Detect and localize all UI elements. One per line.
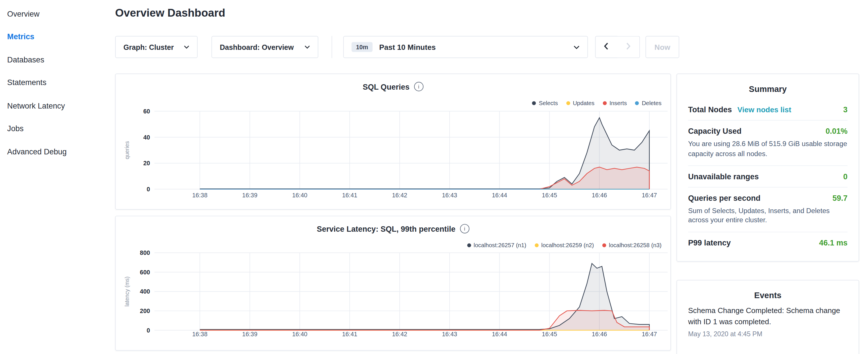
- svg-text:16:39: 16:39: [242, 192, 257, 199]
- svg-text:16:40: 16:40: [292, 331, 307, 338]
- summary-row-queries-per-second: Queries per second 59.7 Sum of Selects, …: [688, 187, 847, 232]
- chart-title-row: Service Latency: SQL, 99th percentile i: [116, 224, 671, 233]
- summary-row-p99-latency: P99 latency 46.1 ms: [688, 232, 847, 253]
- sidebar-item-databases[interactable]: Databases: [0, 48, 107, 71]
- summary-label: P99 latency: [688, 238, 731, 247]
- summary-row-capacity-used: Capacity Used 0.01% You are using 28.6 M…: [688, 121, 847, 165]
- legend-item-updates[interactable]: Updates: [566, 100, 595, 106]
- info-icon[interactable]: i: [460, 224, 469, 233]
- summary-label: Total Nodes: [688, 105, 732, 114]
- chevron-right-icon: [626, 43, 630, 52]
- svg-text:16:42: 16:42: [392, 331, 407, 338]
- svg-text:40: 40: [143, 134, 150, 141]
- svg-text:800: 800: [140, 250, 150, 256]
- svg-text:queries: queries: [124, 141, 130, 159]
- summary-panel: Summary Total Nodes View nodes list 3 Ca…: [677, 74, 859, 262]
- time-range-dropdown[interactable]: 10m Past 10 Minutes: [343, 36, 588, 58]
- svg-text:16:47: 16:47: [642, 331, 657, 338]
- info-icon[interactable]: i: [414, 82, 424, 91]
- svg-text:16:46: 16:46: [592, 331, 607, 338]
- summary-value: 3: [843, 105, 848, 114]
- summary-value: 0: [843, 172, 848, 181]
- legend-item-localhost-26258-n3-[interactable]: localhost:26258 (n3): [602, 242, 661, 248]
- sql-queries-plot[interactable]: 020406016:3816:3916:4016:4116:4216:4316:…: [116, 107, 671, 210]
- chevron-down-icon: [304, 45, 310, 49]
- event-timestamp: May 13, 2020 at 4:45 PM: [688, 330, 847, 338]
- summary-value: 46.1 ms: [819, 238, 847, 247]
- now-button[interactable]: Now: [645, 36, 679, 58]
- svg-text:16:40: 16:40: [292, 192, 307, 199]
- svg-text:20: 20: [143, 160, 150, 167]
- time-forward-button[interactable]: [617, 36, 640, 58]
- sidebar-item-advanced-debug[interactable]: Advanced Debug: [0, 140, 107, 163]
- legend-item-deletes[interactable]: Deletes: [635, 100, 662, 106]
- svg-text:16:46: 16:46: [592, 192, 607, 199]
- svg-text:16:42: 16:42: [392, 192, 407, 199]
- svg-text:0: 0: [147, 186, 150, 193]
- chart-title: Service Latency: SQL, 99th percentile: [317, 224, 455, 233]
- svg-text:16:43: 16:43: [442, 192, 457, 199]
- graph-dropdown[interactable]: Graph: Cluster: [115, 36, 198, 58]
- graph-dropdown-label: Graph: Cluster: [124, 43, 174, 51]
- dashboard-dropdown-label: Dashboard: Overview: [220, 43, 294, 51]
- chevron-down-icon: [574, 45, 580, 49]
- svg-text:16:47: 16:47: [642, 192, 657, 199]
- summary-label: Queries per second: [688, 193, 761, 202]
- sidebar-item-overview[interactable]: Overview: [0, 2, 107, 25]
- event-item: Schema Change Completed: Schema change w…: [688, 305, 847, 338]
- summary-title: Summary: [688, 84, 847, 94]
- svg-text:16:43: 16:43: [442, 331, 457, 338]
- summary-value: 59.7: [833, 193, 848, 202]
- time-back-button[interactable]: [595, 36, 617, 58]
- sidebar-item-jobs[interactable]: Jobs: [0, 117, 107, 140]
- sidebar-item-metrics[interactable]: Metrics: [0, 25, 107, 48]
- svg-text:60: 60: [143, 108, 150, 115]
- service-latency-plot[interactable]: 020040060080016:3816:3916:4016:4116:4216…: [116, 250, 671, 351]
- summary-row-total-nodes: Total Nodes View nodes list 3: [688, 99, 847, 121]
- summary-label: Capacity Used: [688, 127, 741, 135]
- sidebar-item-network-latency[interactable]: Network Latency: [0, 94, 107, 117]
- summary-row-unavailable-ranges: Unavailable ranges 0: [688, 165, 847, 187]
- legend-item-inserts[interactable]: Inserts: [602, 100, 627, 106]
- svg-text:16:41: 16:41: [342, 192, 358, 199]
- svg-text:16:44: 16:44: [492, 331, 507, 338]
- legend-item-localhost-26257-n1-[interactable]: localhost:26257 (n1): [467, 242, 526, 248]
- svg-text:0: 0: [147, 327, 150, 334]
- chart-title-row: SQL Queries i: [116, 82, 671, 91]
- svg-text:16:41: 16:41: [342, 331, 358, 338]
- summary-value: 0.01%: [826, 127, 848, 135]
- summary-label: Unavailable ranges: [688, 172, 759, 181]
- events-panel: Events Schema Change Completed: Schema c…: [677, 280, 859, 354]
- page-title: Overview Dashboard: [115, 7, 225, 19]
- svg-text:16:45: 16:45: [542, 192, 557, 199]
- chevron-down-icon: [184, 45, 189, 49]
- chart-title: SQL Queries: [363, 82, 409, 91]
- svg-text:600: 600: [140, 269, 150, 276]
- sidebar: Overview Metrics Databases Statements Ne…: [0, 0, 107, 354]
- controls-divider: [332, 36, 332, 58]
- view-nodes-list-link[interactable]: View nodes list: [737, 106, 791, 114]
- time-range-label: Past 10 Minutes: [379, 43, 436, 51]
- chevron-left-icon: [604, 43, 608, 52]
- sidebar-item-statements[interactable]: Statements: [0, 71, 107, 94]
- dashboard-dropdown[interactable]: Dashboard: Overview: [212, 36, 318, 58]
- svg-text:200: 200: [140, 308, 150, 315]
- legend-item-localhost-26259-n2-[interactable]: localhost:26259 (n2): [535, 242, 594, 248]
- svg-text:16:39: 16:39: [242, 331, 257, 338]
- events-title: Events: [688, 290, 847, 300]
- summary-subtext: Sum of Selects, Updates, Inserts, and De…: [688, 206, 847, 226]
- chart-legend: localhost:26257 (n1)localhost:26259 (n2)…: [467, 242, 662, 248]
- svg-text:latency (ms): latency (ms): [124, 277, 130, 307]
- chart-legend: SelectsUpdatesInsertsDeletes: [532, 100, 661, 106]
- time-range-badge: 10m: [351, 42, 373, 52]
- svg-text:16:44: 16:44: [492, 192, 507, 199]
- summary-subtext: You are using 28.6 MiB of 515.9 GiB usab…: [688, 139, 847, 159]
- svg-text:400: 400: [140, 288, 150, 295]
- svg-text:16:45: 16:45: [542, 331, 557, 338]
- service-latency-chart-card: Service Latency: SQL, 99th percentile i …: [115, 216, 671, 351]
- event-text: Schema Change Completed: Schema change w…: [688, 305, 847, 328]
- sql-queries-chart-card: SQL Queries i SelectsUpdatesInsertsDelet…: [115, 74, 671, 210]
- svg-text:16:38: 16:38: [192, 331, 208, 338]
- legend-item-selects[interactable]: Selects: [532, 100, 558, 106]
- app-root: Overview Metrics Databases Statements Ne…: [0, 0, 868, 354]
